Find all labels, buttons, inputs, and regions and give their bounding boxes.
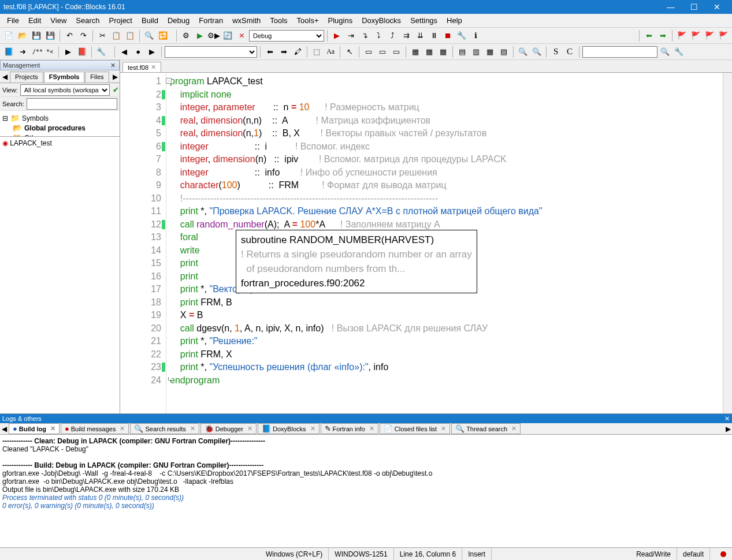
rect1-icon[interactable]: ▭: [362, 46, 375, 58]
menu-edit[interactable]: Edit: [24, 15, 46, 26]
tree-root-symbols[interactable]: ⊟📁Symbols: [2, 113, 117, 123]
menu-fortran[interactable]: Fortran: [194, 15, 228, 26]
doxy-config-icon[interactable]: 🔧: [95, 46, 107, 58]
logs-tab-prev-icon[interactable]: ◀: [0, 425, 8, 433]
menu-tools[interactable]: Tools: [265, 15, 292, 26]
status-indicator-icon[interactable]: [720, 551, 726, 557]
tree-global-procedures[interactable]: 📂Global procedures: [2, 123, 117, 133]
jump-back-icon[interactable]: ⬅: [642, 29, 655, 42]
bookmark-prev-icon[interactable]: 🚩: [675, 29, 688, 42]
text-icon[interactable]: Aa: [324, 46, 337, 58]
highlight-icon[interactable]: 🖍: [291, 46, 304, 58]
search-go-icon[interactable]: 🔍: [659, 46, 671, 58]
nav-back-icon[interactable]: ◀: [118, 46, 131, 58]
menu-doxyblocks[interactable]: DoxyBlocks: [357, 15, 406, 26]
close-icon[interactable]: ✕: [190, 425, 195, 432]
menu-settings[interactable]: Settings: [406, 15, 442, 26]
info-icon[interactable]: ℹ: [469, 29, 482, 42]
rebuild-icon[interactable]: 🔄: [221, 29, 234, 42]
save-all-icon[interactable]: 💾: [44, 29, 57, 42]
nav-stop-icon[interactable]: ●: [132, 46, 144, 58]
close-icon[interactable]: ✕: [511, 425, 517, 432]
step-into-icon[interactable]: ⤵: [372, 29, 385, 42]
run-icon[interactable]: ▶: [194, 29, 206, 42]
logs-tab-fortran[interactable]: ✎Fortran info✕: [321, 423, 378, 434]
copy-icon[interactable]: 📋: [110, 29, 122, 42]
cursor-icon[interactable]: ↖: [343, 46, 356, 58]
menu-file[interactable]: File: [2, 15, 24, 26]
doxy-chm-icon[interactable]: 📕: [76, 46, 88, 58]
step-out-icon[interactable]: ⤴: [386, 29, 399, 42]
doxy-wizard-icon[interactable]: 📘: [2, 46, 15, 58]
editor-tab-testf08[interactable]: test.f08 ✕: [122, 62, 161, 72]
logs-tab-next-icon[interactable]: ▶: [724, 425, 732, 433]
save-icon[interactable]: 💾: [30, 29, 43, 42]
search-options-icon[interactable]: 🔧: [672, 46, 685, 58]
prev-icon[interactable]: ⬅: [263, 46, 276, 58]
menu-search[interactable]: Search: [71, 15, 104, 26]
logs-tab-buildmsg[interactable]: ●Build messages✕: [61, 423, 129, 434]
menu-toolsplus[interactable]: Tools+: [292, 15, 324, 26]
step-instr-icon[interactable]: ⇊: [414, 29, 426, 42]
doxy-run-icon[interactable]: ▶: [62, 46, 75, 58]
debug-windows-icon[interactable]: 🔧: [455, 29, 468, 42]
bookmark-clear-icon[interactable]: 🚩: [717, 29, 730, 42]
c-icon[interactable]: C: [563, 46, 576, 58]
close-icon[interactable]: ✕: [310, 425, 315, 432]
grid1-icon[interactable]: ▦: [409, 46, 422, 58]
menu-debug[interactable]: Debug: [163, 15, 194, 26]
status-profile[interactable]: default: [677, 548, 710, 560]
layout3-icon[interactable]: ▦: [484, 46, 496, 58]
management-close-icon[interactable]: ✕: [109, 61, 117, 69]
logs-tab-thread[interactable]: 🔍Thread search✕: [451, 423, 521, 434]
bookmark-toggle-icon[interactable]: 🚩: [689, 29, 702, 42]
build-run-icon[interactable]: ⚙▶: [207, 29, 220, 42]
mgmt-tab-fsymbols[interactable]: FSymbols: [44, 72, 85, 83]
rect2-icon[interactable]: ▭: [376, 46, 389, 58]
code-editor[interactable]: 1−23456789101112131415161718192021222324…: [120, 73, 732, 413]
undo-icon[interactable]: ↶: [63, 29, 76, 42]
grid3-icon[interactable]: ▦: [437, 46, 449, 58]
mgmt-tab-projects[interactable]: Projects: [10, 72, 43, 83]
editor-scrollbar[interactable]: [723, 73, 732, 413]
new-file-icon[interactable]: 📄: [2, 29, 15, 42]
close-icon[interactable]: ✕: [50, 425, 55, 432]
run-to-cursor-icon[interactable]: ⇥: [344, 29, 357, 42]
logs-tab-search[interactable]: 🔍Search results✕: [130, 423, 199, 434]
bookmark-next-icon[interactable]: 🚩: [703, 29, 716, 42]
menu-wxsmith[interactable]: wxSmith: [228, 15, 265, 26]
close-icon[interactable]: ✕: [120, 425, 125, 432]
menu-build[interactable]: Build: [137, 15, 163, 26]
s-icon[interactable]: S: [549, 46, 562, 58]
logs-tab-doxy[interactable]: 📘DoxyBlocks✕: [258, 423, 319, 434]
break-icon[interactable]: ⏸: [428, 29, 440, 42]
logs-body[interactable]: ------------- Clean: Debug in LAPACK (co…: [0, 435, 732, 547]
close-button[interactable]: ✕: [705, 0, 729, 14]
doxy-extract-icon[interactable]: ➜: [16, 46, 29, 58]
layout4-icon[interactable]: ▧: [497, 46, 510, 58]
layout2-icon[interactable]: ▥: [470, 46, 482, 58]
zoom-out-icon[interactable]: 🔍: [530, 46, 543, 58]
menu-help[interactable]: Help: [442, 15, 467, 26]
mgmt-tab-next-icon[interactable]: ▶: [110, 70, 120, 83]
close-icon[interactable]: ✕: [369, 425, 374, 432]
find-icon[interactable]: 🔍: [143, 29, 155, 42]
open-file-icon[interactable]: 📂: [16, 29, 29, 42]
mgmt-tab-files[interactable]: Files: [85, 72, 109, 83]
grid2-icon[interactable]: ▦: [423, 46, 436, 58]
status-eol[interactable]: Windows (CR+LF): [260, 548, 329, 560]
redo-icon[interactable]: ↷: [77, 29, 90, 42]
symbol-lapack-test[interactable]: ◉ LAPACK_test: [2, 139, 117, 147]
next-icon[interactable]: ➡: [277, 46, 290, 58]
search-toolbar-input[interactable]: [582, 46, 657, 58]
status-insert[interactable]: Insert: [462, 548, 492, 560]
jump-fwd-icon[interactable]: ➡: [656, 29, 669, 42]
view-refresh-icon[interactable]: ✔: [112, 84, 120, 96]
mgmt-tab-prev-icon[interactable]: ◀: [0, 70, 9, 83]
menu-plugins[interactable]: Plugins: [324, 15, 358, 26]
cut-icon[interactable]: ✂: [96, 29, 109, 42]
next-line-icon[interactable]: ↴: [358, 29, 371, 42]
zoom-in-icon[interactable]: 🔍: [517, 46, 529, 58]
status-encoding[interactable]: WINDOWS-1251: [329, 548, 393, 560]
maximize-button[interactable]: ☐: [682, 0, 705, 14]
